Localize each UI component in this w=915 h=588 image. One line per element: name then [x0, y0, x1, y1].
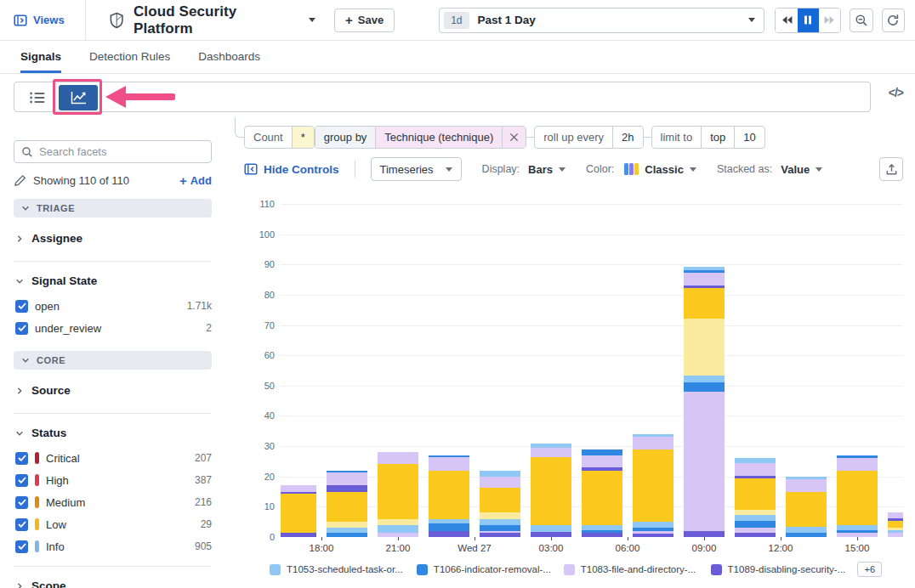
remove-groupby-button[interactable] [502, 127, 526, 148]
tab-dashboards[interactable]: Dashboards [198, 41, 260, 73]
checkbox-checked[interactable] [15, 518, 28, 531]
gridline [281, 235, 903, 235]
checkbox-checked[interactable] [15, 540, 28, 553]
tab-signals[interactable]: Signals [20, 41, 61, 73]
x-tick [628, 537, 628, 540]
timeseries-chart-icon [71, 91, 87, 105]
views-panel-icon [14, 14, 27, 27]
time-range-select[interactable]: 1d Past 1 Day [439, 8, 764, 33]
checkbox-checked[interactable] [15, 452, 28, 465]
facet-value-label: under_review [35, 322, 101, 335]
bar-segment [888, 521, 903, 529]
color-label: Color: [586, 163, 614, 175]
code-view-button[interactable]: </> [889, 86, 903, 99]
color-select[interactable]: Classic [622, 163, 696, 176]
query-groupby-value[interactable]: Technique (technique) [375, 127, 502, 148]
facet-label: Scope [31, 580, 66, 588]
view-type-select[interactable]: Timeseries [371, 157, 462, 181]
time-range-label: Past 1 Day [478, 14, 749, 26]
pencil-icon[interactable] [14, 174, 26, 187]
facet-divider [14, 413, 212, 414]
color-value: Classic [645, 163, 684, 176]
fast-forward-icon [824, 15, 835, 25]
facet-row-under-review: under_review2 [14, 317, 212, 339]
title-wrap[interactable]: Cloud Security Platform [108, 3, 315, 37]
facet-value-label: Critical [46, 452, 80, 465]
query-count[interactable]: Count [245, 127, 292, 148]
facet-header-assignee[interactable]: Assignee [14, 221, 212, 252]
bar-segment [684, 273, 725, 285]
legend-item[interactable]: T1053-scheduled-task-or... [270, 564, 417, 575]
time-range-badge: 1d [444, 12, 469, 29]
facet-search-input[interactable] [39, 145, 204, 158]
stacked-select[interactable]: Value [781, 163, 822, 176]
bar-segment [281, 494, 316, 532]
list-view-button[interactable] [25, 86, 50, 110]
query-groupby-label[interactable]: group by [315, 127, 376, 148]
legend-item[interactable]: T1089-disabling-security-... [711, 564, 858, 575]
bar-segment [429, 455, 469, 457]
tab-detection-rules[interactable]: Detection Rules [89, 41, 170, 73]
gridline [281, 325, 903, 326]
checkbox-checked[interactable] [15, 496, 28, 509]
facet-section-core[interactable]: CORE [14, 351, 212, 370]
checkbox-checked[interactable] [15, 474, 28, 487]
save-button[interactable]: + Save [334, 8, 395, 32]
chevron-down-icon [15, 429, 24, 438]
facet-section-triage[interactable]: TRIAGE [14, 199, 212, 218]
query-rollup-value[interactable]: 2h [612, 127, 642, 148]
bar-segment [684, 382, 725, 392]
bar-segment [684, 288, 725, 319]
time-range-caret-icon [748, 18, 755, 22]
legend-item[interactable]: T1066-indicator-removal-... [417, 564, 564, 575]
query-count-arg[interactable]: * [292, 127, 314, 148]
query-limit-top[interactable]: top [701, 127, 734, 148]
bar-segment [786, 492, 827, 528]
query-rollup-label[interactable]: roll up every [535, 127, 612, 148]
bar-segment [684, 319, 725, 376]
x-tick-label: 21:00 [386, 543, 411, 553]
zoom-out-button[interactable] [850, 8, 872, 32]
bar-segment [480, 477, 520, 489]
y-tick-label: 80 [264, 290, 275, 300]
checkbox-checked[interactable] [15, 322, 28, 335]
title-chevron-down-icon[interactable] [309, 18, 315, 22]
query-limit-label[interactable]: limit to [652, 127, 702, 148]
facet-label: Signal State [31, 274, 97, 287]
facet-row-high: High387 [14, 469, 212, 491]
pause-button[interactable] [798, 8, 819, 32]
display-select[interactable]: Bars [528, 163, 565, 176]
y-tick-label: 110 [259, 199, 275, 209]
facet-header-status[interactable]: Status [14, 416, 212, 447]
x-tick [398, 537, 399, 540]
bar-segment [735, 510, 776, 515]
bar-segment [582, 471, 622, 525]
bar-segment [684, 286, 725, 289]
facet-row-info: Info905 [14, 535, 212, 557]
legend-more-button[interactable]: +6 [857, 562, 882, 577]
fast-forward-button[interactable] [819, 8, 840, 32]
bar-segment [582, 525, 622, 530]
rewind-button[interactable] [776, 8, 797, 32]
query-limit-count[interactable]: 10 [734, 127, 764, 148]
bar-segment [480, 512, 520, 520]
views-button[interactable]: Views [14, 14, 65, 27]
facet-header-source[interactable]: Source [14, 373, 212, 404]
facet-header-signal-state[interactable]: Signal State [14, 263, 212, 295]
severity-bar [35, 496, 39, 508]
timeseries-view-button[interactable] [59, 85, 98, 110]
refresh-button[interactable] [882, 8, 905, 32]
stacked-value: Value [781, 163, 810, 176]
query-connector [235, 117, 244, 138]
export-button[interactable] [879, 157, 903, 181]
bar-segment [837, 455, 878, 458]
bar-segment [281, 485, 316, 492]
hide-controls-button[interactable]: Hide Controls [244, 162, 339, 176]
checkbox-checked[interactable] [15, 300, 28, 313]
facet-header-scope[interactable]: Scope [14, 568, 212, 588]
x-tick [857, 537, 858, 540]
add-facet-button[interactable]: +Add [179, 174, 212, 187]
legend-item[interactable]: T1083-file-and-directory-... [564, 564, 711, 575]
bar-segment [429, 523, 469, 531]
chart-plot[interactable] [281, 204, 903, 537]
